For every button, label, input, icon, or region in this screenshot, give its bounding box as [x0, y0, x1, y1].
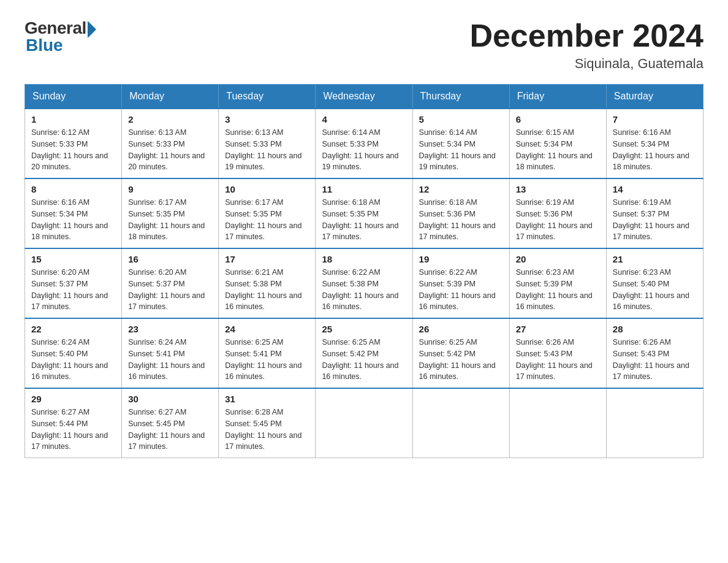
calendar-cell: 18 Sunrise: 6:22 AM Sunset: 5:38 PM Dayl… [316, 248, 412, 318]
day-info: Sunrise: 6:27 AM Sunset: 5:45 PM Dayligh… [128, 407, 212, 453]
calendar-cell: 24 Sunrise: 6:25 AM Sunset: 5:41 PM Dayl… [219, 318, 316, 388]
calendar-cell: 28 Sunrise: 6:26 AM Sunset: 5:43 PM Dayl… [606, 318, 703, 388]
day-number: 31 [225, 394, 309, 404]
day-info: Sunrise: 6:14 AM Sunset: 5:34 PM Dayligh… [419, 127, 503, 173]
day-info: Sunrise: 6:26 AM Sunset: 5:43 PM Dayligh… [516, 337, 600, 383]
page-header: General Blue December 2024 Siquinala, Gu… [25, 18, 703, 72]
day-info: Sunrise: 6:22 AM Sunset: 5:39 PM Dayligh… [419, 267, 503, 313]
calendar-cell: 20 Sunrise: 6:23 AM Sunset: 5:39 PM Dayl… [509, 248, 606, 318]
day-info: Sunrise: 6:13 AM Sunset: 5:33 PM Dayligh… [128, 127, 212, 173]
weekday-header-row: SundayMondayTuesdayWednesdayThursdayFrid… [25, 85, 703, 109]
day-info: Sunrise: 6:25 AM Sunset: 5:42 PM Dayligh… [322, 337, 406, 383]
day-number: 26 [419, 324, 503, 334]
week-row-5: 29 Sunrise: 6:27 AM Sunset: 5:44 PM Dayl… [25, 388, 703, 458]
calendar-cell: 21 Sunrise: 6:23 AM Sunset: 5:40 PM Dayl… [606, 248, 703, 318]
day-number: 9 [128, 184, 212, 194]
day-info: Sunrise: 6:18 AM Sunset: 5:35 PM Dayligh… [322, 197, 406, 243]
day-info: Sunrise: 6:18 AM Sunset: 5:36 PM Dayligh… [419, 197, 503, 243]
calendar-cell: 26 Sunrise: 6:25 AM Sunset: 5:42 PM Dayl… [412, 318, 509, 388]
day-number: 16 [128, 254, 212, 264]
day-info: Sunrise: 6:20 AM Sunset: 5:37 PM Dayligh… [128, 267, 212, 313]
day-number: 25 [322, 324, 406, 334]
day-number: 17 [225, 254, 309, 264]
day-info: Sunrise: 6:23 AM Sunset: 5:40 PM Dayligh… [613, 267, 697, 313]
calendar-cell: 9 Sunrise: 6:17 AM Sunset: 5:35 PM Dayli… [122, 178, 219, 248]
day-number: 21 [613, 254, 697, 264]
calendar-cell: 8 Sunrise: 6:16 AM Sunset: 5:34 PM Dayli… [25, 178, 122, 248]
week-row-1: 1 Sunrise: 6:12 AM Sunset: 5:33 PM Dayli… [25, 109, 703, 178]
day-number: 30 [128, 394, 212, 404]
day-number: 5 [419, 114, 503, 124]
day-number: 8 [31, 184, 115, 194]
day-number: 19 [419, 254, 503, 264]
weekday-header-wednesday: Wednesday [316, 85, 412, 109]
day-number: 1 [31, 114, 115, 124]
day-number: 12 [419, 184, 503, 194]
calendar-cell [316, 388, 412, 458]
calendar-cell: 5 Sunrise: 6:14 AM Sunset: 5:34 PM Dayli… [412, 109, 509, 178]
week-row-4: 22 Sunrise: 6:24 AM Sunset: 5:40 PM Dayl… [25, 318, 703, 388]
calendar-cell: 25 Sunrise: 6:25 AM Sunset: 5:42 PM Dayl… [316, 318, 412, 388]
day-number: 23 [128, 324, 212, 334]
weekday-header-saturday: Saturday [606, 85, 703, 109]
day-number: 24 [225, 324, 309, 334]
calendar-cell: 22 Sunrise: 6:24 AM Sunset: 5:40 PM Dayl… [25, 318, 122, 388]
calendar-cell: 19 Sunrise: 6:22 AM Sunset: 5:39 PM Dayl… [412, 248, 509, 318]
calendar-cell [509, 388, 606, 458]
month-title: December 2024 [469, 18, 703, 53]
calendar-header: SundayMondayTuesdayWednesdayThursdayFrid… [25, 85, 703, 109]
day-info: Sunrise: 6:25 AM Sunset: 5:42 PM Dayligh… [419, 337, 503, 383]
week-row-2: 8 Sunrise: 6:16 AM Sunset: 5:34 PM Dayli… [25, 178, 703, 248]
calendar-cell: 29 Sunrise: 6:27 AM Sunset: 5:44 PM Dayl… [25, 388, 122, 458]
day-info: Sunrise: 6:28 AM Sunset: 5:45 PM Dayligh… [225, 407, 309, 453]
day-info: Sunrise: 6:15 AM Sunset: 5:34 PM Dayligh… [516, 127, 600, 173]
calendar-cell: 10 Sunrise: 6:17 AM Sunset: 5:35 PM Dayl… [219, 178, 316, 248]
logo-arrow-icon [88, 21, 96, 38]
calendar-cell: 23 Sunrise: 6:24 AM Sunset: 5:41 PM Dayl… [122, 318, 219, 388]
day-number: 28 [613, 324, 697, 334]
week-row-3: 15 Sunrise: 6:20 AM Sunset: 5:37 PM Dayl… [25, 248, 703, 318]
day-number: 10 [225, 184, 309, 194]
weekday-header-tuesday: Tuesday [219, 85, 316, 109]
day-number: 13 [516, 184, 600, 194]
calendar-cell: 30 Sunrise: 6:27 AM Sunset: 5:45 PM Dayl… [122, 388, 219, 458]
day-info: Sunrise: 6:13 AM Sunset: 5:33 PM Dayligh… [225, 127, 309, 173]
calendar-cell: 12 Sunrise: 6:18 AM Sunset: 5:36 PM Dayl… [412, 178, 509, 248]
calendar-cell: 11 Sunrise: 6:18 AM Sunset: 5:35 PM Dayl… [316, 178, 412, 248]
calendar-cell: 7 Sunrise: 6:16 AM Sunset: 5:34 PM Dayli… [606, 109, 703, 178]
day-info: Sunrise: 6:17 AM Sunset: 5:35 PM Dayligh… [128, 197, 212, 243]
day-number: 11 [322, 184, 406, 194]
day-info: Sunrise: 6:20 AM Sunset: 5:37 PM Dayligh… [31, 267, 115, 313]
day-info: Sunrise: 6:24 AM Sunset: 5:40 PM Dayligh… [31, 337, 115, 383]
calendar-cell [412, 388, 509, 458]
calendar-cell: 13 Sunrise: 6:19 AM Sunset: 5:36 PM Dayl… [509, 178, 606, 248]
calendar-cell: 17 Sunrise: 6:21 AM Sunset: 5:38 PM Dayl… [219, 248, 316, 318]
day-info: Sunrise: 6:25 AM Sunset: 5:41 PM Dayligh… [225, 337, 309, 383]
day-number: 4 [322, 114, 406, 124]
day-info: Sunrise: 6:17 AM Sunset: 5:35 PM Dayligh… [225, 197, 309, 243]
day-info: Sunrise: 6:14 AM Sunset: 5:33 PM Dayligh… [322, 127, 406, 173]
day-number: 27 [516, 324, 600, 334]
calendar-cell: 1 Sunrise: 6:12 AM Sunset: 5:33 PM Dayli… [25, 109, 122, 178]
day-info: Sunrise: 6:23 AM Sunset: 5:39 PM Dayligh… [516, 267, 600, 313]
weekday-header-friday: Friday [509, 85, 606, 109]
day-info: Sunrise: 6:22 AM Sunset: 5:38 PM Dayligh… [322, 267, 406, 313]
day-number: 20 [516, 254, 600, 264]
day-number: 29 [31, 394, 115, 404]
day-info: Sunrise: 6:21 AM Sunset: 5:38 PM Dayligh… [225, 267, 309, 313]
calendar-cell: 3 Sunrise: 6:13 AM Sunset: 5:33 PM Dayli… [219, 109, 316, 178]
day-info: Sunrise: 6:12 AM Sunset: 5:33 PM Dayligh… [31, 127, 115, 173]
day-number: 15 [31, 254, 115, 264]
day-info: Sunrise: 6:26 AM Sunset: 5:43 PM Dayligh… [613, 337, 697, 383]
calendar-cell [606, 388, 703, 458]
calendar-cell: 31 Sunrise: 6:28 AM Sunset: 5:45 PM Dayl… [219, 388, 316, 458]
calendar-cell: 16 Sunrise: 6:20 AM Sunset: 5:37 PM Dayl… [122, 248, 219, 318]
day-info: Sunrise: 6:19 AM Sunset: 5:37 PM Dayligh… [613, 197, 697, 243]
calendar-cell: 14 Sunrise: 6:19 AM Sunset: 5:37 PM Dayl… [606, 178, 703, 248]
day-info: Sunrise: 6:24 AM Sunset: 5:41 PM Dayligh… [128, 337, 212, 383]
day-number: 14 [613, 184, 697, 194]
day-number: 22 [31, 324, 115, 334]
day-number: 7 [613, 114, 697, 124]
location-text: Siquinala, Guatemala [469, 56, 703, 72]
logo-blue-text: Blue [26, 36, 63, 55]
